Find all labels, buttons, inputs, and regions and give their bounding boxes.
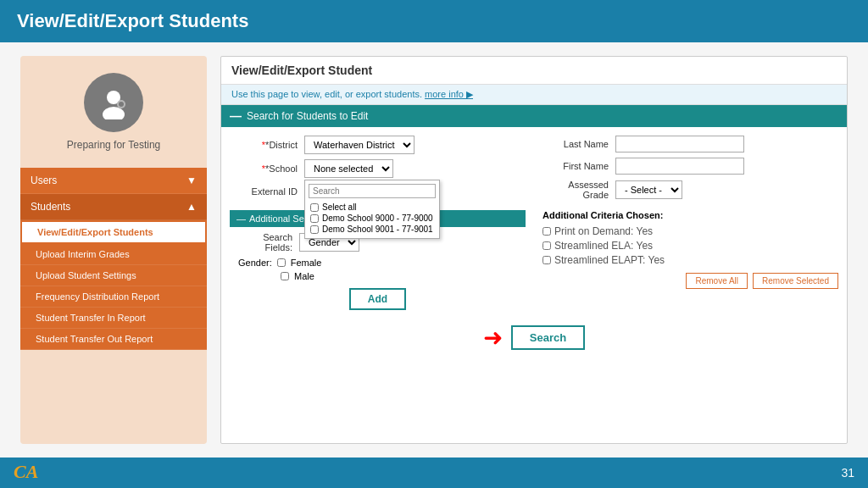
school-dropdown-container: None selected Select all [304, 159, 393, 178]
form-left-col: *District Waterhaven District *School No… [230, 136, 527, 205]
school-select[interactable]: None selected [304, 159, 393, 178]
male-row: Male [230, 271, 526, 281]
search-section-title: Search for Students to Edit [247, 110, 368, 122]
criteria-elapt: Streamlined ELAPT: Yes [542, 254, 838, 266]
school-dropdown: Select all Demo School 9000 - 77-9000 De… [304, 180, 440, 239]
sidebar-item-users-label: Users [31, 175, 57, 186]
remove-selected-button[interactable]: Remove Selected [753, 273, 838, 289]
select-all-checkbox[interactable] [310, 203, 319, 212]
arrow-icon: ➜ [483, 324, 503, 352]
option-9000-checkbox[interactable] [310, 214, 319, 223]
page-title: View/Edit/Export Students [17, 10, 248, 31]
sidebar-item-students[interactable]: Students ▲ [20, 194, 207, 220]
search-button[interactable]: Search [511, 325, 585, 350]
gender-label: Gender: [238, 258, 272, 268]
form-right-col: Last Name First Name Assessed Grade - Se… [541, 136, 838, 205]
info-bar: Use this page to view, edit, or export s… [221, 85, 847, 105]
criteria-ela: Streamlined ELA: Yes [542, 240, 838, 252]
streamlined-ela-checkbox[interactable] [542, 241, 551, 250]
last-name-input[interactable] [615, 136, 744, 152]
main-content: Preparing for Testing Users ▼ Students ▲… [0, 42, 868, 458]
assessed-grade-select[interactable]: - Select - [615, 180, 682, 199]
criteria-title: Additional Criteria Chosen: [542, 210, 838, 220]
last-name-row: Last Name [541, 136, 838, 152]
footer-logo: CA [14, 461, 41, 485]
sidebar-sub-transfer-in[interactable]: Student Transfer In Report [20, 308, 207, 329]
svg-text:CA: CA [14, 461, 38, 481]
last-name-label: Last Name [541, 139, 609, 149]
search-section-header: — Search for Students to Edit [221, 105, 847, 127]
sidebar-item-students-label: Students [31, 201, 70, 213]
district-label: *District [230, 140, 298, 150]
district-select[interactable]: Waterhaven District [304, 136, 415, 154]
sidebar: Preparing for Testing Users ▼ Students ▲… [20, 56, 207, 444]
dropdown-option-9000[interactable]: Demo School 9000 - 77-9000 [309, 213, 436, 224]
district-row: *District Waterhaven District [230, 136, 527, 154]
sidebar-sub-view-edit[interactable]: View/Edit/Export Students [20, 220, 207, 244]
gender-row: Gender: Female [230, 258, 526, 268]
first-name-input[interactable] [615, 158, 744, 175]
assessed-grade-label: Assessed Grade [541, 180, 609, 200]
sidebar-sub-upload-interim[interactable]: Upload Interim Grades [20, 244, 207, 265]
chevron-down-icon: ▼ [186, 175, 197, 186]
streamlined-elapt-checkbox[interactable] [542, 256, 551, 264]
minus-icon[interactable]: — [236, 214, 246, 224]
chevron-up-icon: ▲ [186, 201, 197, 213]
criteria-print: Print on Demand: Yes [542, 225, 838, 237]
search-fields-label: Search Fields: [233, 232, 292, 252]
school-label: *School [230, 164, 298, 174]
ca-logo-text: CA [14, 468, 41, 485]
dropdown-option-9001[interactable]: Demo School 9001 - 77-9001 [309, 224, 436, 235]
first-name-row: First Name [541, 158, 838, 175]
female-checkbox[interactable] [277, 258, 286, 267]
svg-point-3 [119, 102, 124, 107]
first-name-label: First Name [541, 161, 609, 171]
footer: CA 31 [0, 458, 868, 488]
assessed-grade-row: Assessed Grade - Select - [541, 180, 838, 200]
print-demand-checkbox[interactable] [542, 227, 551, 236]
remove-all-button[interactable]: Remove All [686, 273, 748, 289]
school-row: *School None selected Select all [230, 159, 527, 178]
criteria-buttons: Remove All Remove Selected [542, 273, 838, 289]
add-button[interactable]: Add [349, 288, 406, 310]
form-area: *District Waterhaven District *School No… [221, 127, 847, 367]
footer-page-number: 31 [841, 466, 854, 480]
sidebar-sub-upload-student[interactable]: Upload Student Settings [20, 265, 207, 286]
external-id-label: External ID [230, 186, 298, 197]
info-text: Use this page to view, edit, or export s… [231, 89, 422, 99]
page-header: View/Edit/Export Students [0, 0, 868, 42]
panel-title: View/Edit/Export Student [221, 57, 847, 85]
svg-point-1 [103, 107, 125, 119]
search-button-row: ➜ Search [230, 317, 838, 358]
sidebar-avatar-area: Preparing for Testing [20, 56, 207, 168]
option-9001-checkbox[interactable] [310, 225, 319, 234]
dropdown-select-all[interactable]: Select all [309, 202, 436, 213]
sidebar-sub-transfer-out[interactable]: Student Transfer Out Report [20, 329, 207, 350]
more-info-link[interactable]: more info ▶ [425, 89, 473, 99]
female-label: Female [291, 258, 322, 268]
criteria-area: Additional Criteria Chosen: Print on Dem… [534, 210, 838, 317]
right-panel: View/Edit/Export Student Use this page t… [220, 56, 848, 444]
dropdown-search-input[interactable] [309, 184, 436, 198]
sidebar-item-users[interactable]: Users ▼ [20, 168, 207, 194]
sidebar-sub-frequency[interactable]: Frequency Distribution Report [20, 286, 207, 308]
male-checkbox[interactable] [281, 272, 289, 280]
collapse-icon[interactable]: — [230, 109, 242, 123]
avatar [84, 73, 143, 132]
male-label: Male [294, 271, 314, 281]
preparing-label: Preparing for Testing [67, 139, 161, 151]
